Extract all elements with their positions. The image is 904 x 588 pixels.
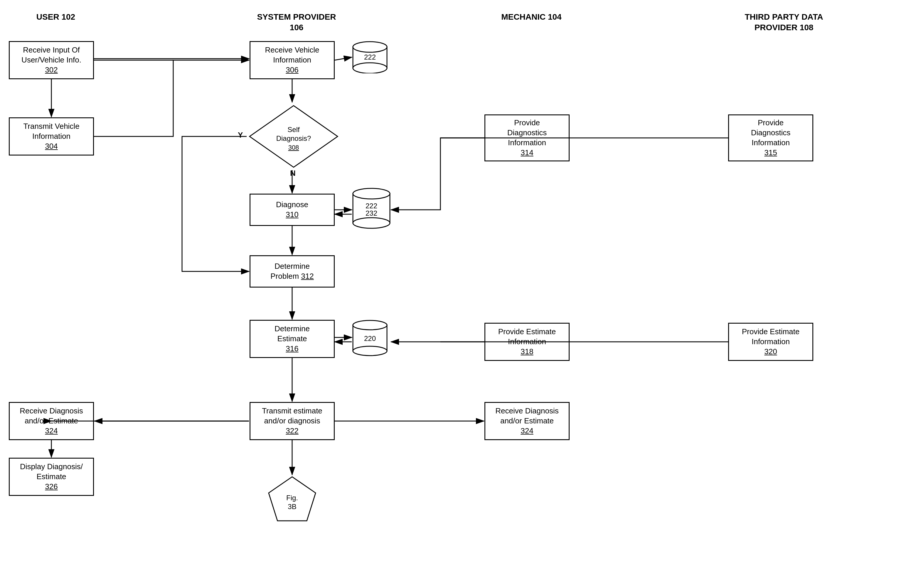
box-314: ProvideDiagnosticsInformation 314 xyxy=(484,114,570,161)
svg-text:222: 222 xyxy=(364,53,376,61)
box-322: Transmit estimateand/or diagnosis 322 xyxy=(250,402,335,440)
label-n: N xyxy=(290,169,296,178)
svg-text:308: 308 xyxy=(288,144,299,151)
cylinder-222-232: 222 232 xyxy=(352,188,390,232)
header-user: USER 102 xyxy=(9,12,103,22)
box-315: ProvideDiagnosticsInformation 315 xyxy=(728,114,813,161)
svg-point-2 xyxy=(353,63,387,73)
box-324-user: Receive Diagnosisand/or Estimate 324 xyxy=(9,402,94,440)
svg-text:220: 220 xyxy=(364,334,376,342)
box-304: Transmit VehicleInformation 304 xyxy=(9,117,94,156)
svg-text:Self: Self xyxy=(288,126,300,134)
fig-3b: Fig. 3B xyxy=(267,475,317,525)
label-y: Y xyxy=(238,131,243,140)
svg-point-15 xyxy=(353,346,387,356)
svg-text:Fig.: Fig. xyxy=(286,494,298,502)
svg-text:222: 222 xyxy=(365,202,377,210)
box-310: Diagnose 310 xyxy=(250,194,335,226)
cylinder-220: 220 xyxy=(352,320,387,358)
box-320: Provide EstimateInformation 320 xyxy=(728,323,813,361)
svg-text:3B: 3B xyxy=(288,503,296,511)
svg-point-1 xyxy=(353,42,387,52)
box-324-mechanic: Receive Diagnosisand/or Estimate 324 xyxy=(484,402,570,440)
box-312: DetermineProblem 312 xyxy=(250,255,335,287)
box-316: DetermineEstimate 316 xyxy=(250,320,335,358)
svg-text:Diagnosis?: Diagnosis? xyxy=(276,134,311,142)
header-mechanic: MECHANIC 104 xyxy=(484,12,578,22)
box-306: Receive VehicleInformation 306 xyxy=(250,41,335,79)
svg-text:232: 232 xyxy=(365,209,377,217)
svg-point-14 xyxy=(353,320,387,330)
header-system-provider: SYSTEM PROVIDER 106 xyxy=(250,12,343,33)
box-302: Receive Input OfUser/Vehicle Info. 302 xyxy=(9,41,94,79)
diagram-container: USER 102 SYSTEM PROVIDER 106 MECHANIC 10… xyxy=(0,0,904,588)
box-318: Provide EstimateInformation 318 xyxy=(484,323,570,361)
cylinder-222-top: 222 xyxy=(352,41,387,73)
svg-point-9 xyxy=(353,188,390,199)
svg-line-23 xyxy=(335,57,352,60)
diamond-308: Self Diagnosis? 308 Y N xyxy=(247,103,341,170)
header-third-party: THIRD PARTY DATA PROVIDER 108 xyxy=(728,12,840,33)
box-326: Display Diagnosis/Estimate 326 xyxy=(9,458,94,496)
svg-point-10 xyxy=(353,218,390,228)
arrows-overlay xyxy=(0,0,904,588)
